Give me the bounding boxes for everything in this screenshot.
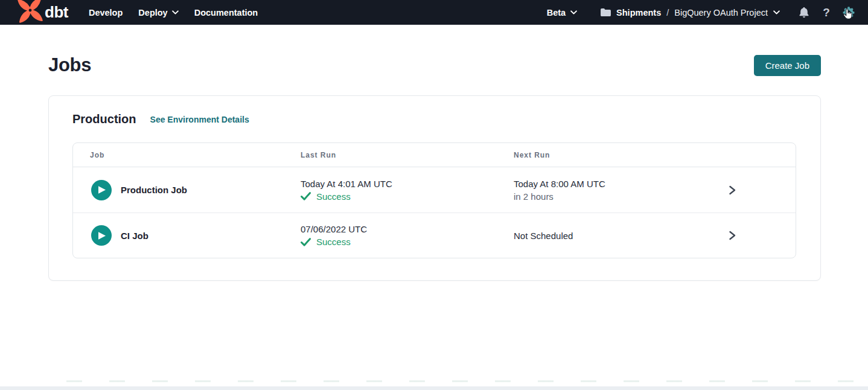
play-icon — [98, 231, 106, 240]
navbar-right: Beta Shipments / BigQuery OAuth Project — [547, 7, 855, 19]
column-header-last-run: Last Run — [301, 151, 514, 159]
breadcrumb-environment[interactable]: BigQuery OAuth Project — [674, 8, 780, 18]
page-title: Jobs — [48, 54, 91, 76]
column-header-next-run: Next Run — [514, 151, 728, 159]
help-icon: ? — [823, 7, 830, 18]
chevron-down-icon — [773, 10, 780, 14]
dbt-logo[interactable]: dbt — [17, 0, 68, 25]
breadcrumb-environment-label: BigQuery OAuth Project — [674, 8, 768, 18]
next-run-time: Not Scheduled — [514, 230, 728, 241]
beta-dropdown[interactable]: Beta — [547, 8, 577, 18]
check-icon — [301, 238, 311, 246]
status-badge: Success — [316, 236, 351, 248]
last-run-time: Today At 4:01 AM UTC — [301, 178, 514, 190]
dbt-logo-icon — [17, 0, 43, 24]
see-environment-details-link[interactable]: See Environment Details — [150, 115, 249, 124]
last-run-status: Success — [301, 236, 514, 248]
bottom-dashed-artifact — [66, 380, 868, 382]
folder-icon — [600, 8, 611, 17]
main-content: Jobs Create Job Production See Environme… — [0, 54, 868, 281]
chevron-right-icon[interactable] — [728, 185, 736, 195]
nav-item-deploy-label: Deploy — [138, 8, 167, 18]
beta-label: Beta — [547, 8, 566, 18]
nav-item-develop-label: Develop — [89, 8, 123, 18]
next-run-note: in 2 hours — [514, 191, 728, 202]
bottom-edge-bar — [0, 386, 868, 390]
top-navbar: dbt Develop Deploy Documentation Beta Sh… — [0, 0, 868, 25]
nav-item-documentation[interactable]: Documentation — [194, 8, 258, 18]
next-run-time: Today At 8:00 AM UTC — [514, 178, 728, 190]
create-job-button[interactable]: Create Job — [754, 55, 821, 76]
settings-button[interactable] — [843, 7, 855, 19]
nav-links: Develop Deploy Documentation — [89, 8, 258, 18]
breadcrumb: Shipments / BigQuery OAuth Project — [600, 8, 780, 18]
table-row[interactable]: Production Job Today At 4:01 AM UTC Succ… — [73, 167, 796, 213]
dbt-logo-text: dbt — [45, 0, 68, 25]
check-icon — [301, 192, 311, 200]
chevron-right-icon[interactable] — [728, 231, 736, 240]
run-job-button[interactable] — [91, 180, 112, 200]
breadcrumb-separator: / — [666, 8, 669, 18]
last-run-time: 07/06/2022 UTC — [301, 223, 514, 235]
environment-title: Production — [72, 112, 136, 126]
run-job-button[interactable] — [91, 225, 112, 246]
play-icon — [98, 185, 106, 194]
notifications-button[interactable] — [798, 7, 810, 19]
bell-icon — [799, 7, 809, 18]
page-header: Jobs Create Job — [48, 54, 821, 76]
nav-item-develop[interactable]: Develop — [89, 8, 123, 18]
table-header-row: Job Last Run Next Run — [73, 143, 796, 167]
help-button[interactable]: ? — [820, 7, 832, 19]
nav-item-documentation-label: Documentation — [194, 8, 258, 18]
job-name: Production Job — [121, 185, 187, 195]
last-run-status: Success — [301, 191, 514, 202]
gear-icon — [843, 6, 855, 19]
card-header: Production See Environment Details — [72, 112, 796, 126]
production-environment-card: Production See Environment Details Job L… — [48, 95, 821, 281]
table-row[interactable]: CI Job 07/06/2022 UTC Success Not Schedu… — [73, 213, 796, 258]
chevron-down-icon — [172, 10, 179, 14]
chevron-down-icon — [570, 10, 577, 14]
status-badge: Success — [316, 191, 351, 202]
column-header-job: Job — [73, 151, 301, 159]
jobs-table: Job Last Run Next Run Production Job Tod… — [72, 142, 796, 258]
breadcrumb-project[interactable]: Shipments — [616, 8, 661, 18]
job-name: CI Job — [121, 231, 148, 241]
nav-item-deploy[interactable]: Deploy — [138, 8, 178, 18]
navbar-icon-group: ? — [798, 7, 855, 19]
